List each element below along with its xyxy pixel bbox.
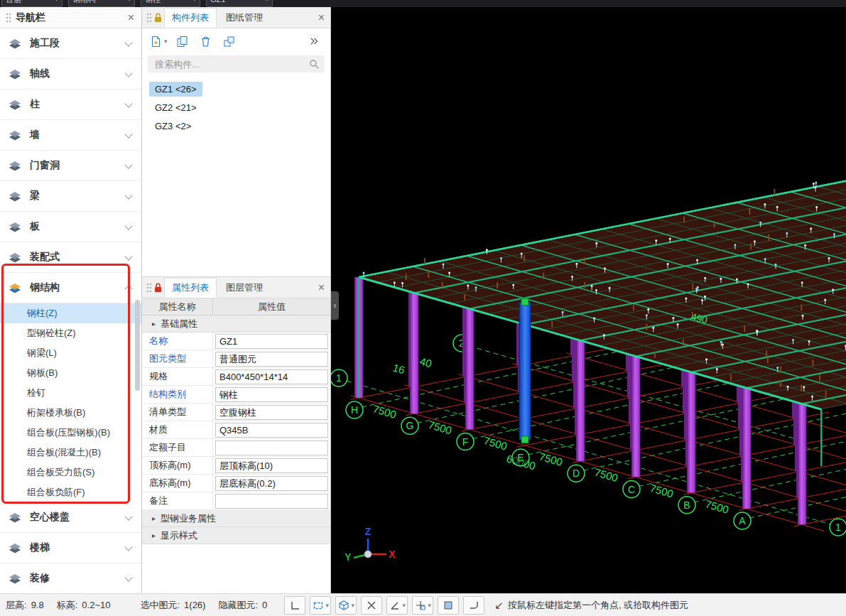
nav-item-11[interactable]: 装修 — [0, 563, 141, 593]
nav-item-icon — [7, 571, 23, 585]
tab-drawing-management[interactable]: 图纸管理 — [218, 8, 271, 28]
nav-item-label: 空心楼盖 — [30, 511, 126, 524]
nav-item-icon — [7, 220, 23, 234]
close-icon[interactable]: × — [317, 12, 326, 23]
caret-down-icon: ▾ — [265, 0, 269, 3]
orthogonal-button[interactable] — [284, 596, 305, 615]
nav-item-4[interactable]: 门窗洞 — [0, 151, 141, 181]
nav-subitem-9[interactable]: 组合板负筋(F) — [0, 482, 141, 502]
property-value-cell[interactable]: 层底标高(0.2) — [213, 475, 330, 492]
component-item[interactable]: GZ2 <21> — [142, 98, 330, 117]
angle-button[interactable]: ▾ — [386, 596, 408, 615]
nav-item-label: 装配式 — [30, 251, 126, 264]
topbar-dropdown-2[interactable]: 钢柱▾ — [141, 0, 200, 7]
property-rows: 名称GZ1图元类型普通图元规格B400*450*14*14结构类别钢柱清单类型空… — [142, 333, 330, 510]
nav-subitem-3[interactable]: 钢板(B) — [0, 363, 141, 383]
property-value-cell[interactable]: Q345B — [213, 421, 330, 438]
application-window: 首层▾钢结构▾钢柱▾GZ1▾ 导航栏 × 施工段轴线柱墙门窗洞梁板装配式钢结构钢… — [0, 0, 846, 616]
status-field: 隐藏图元:0 — [218, 599, 267, 612]
nav-item-7[interactable]: 装配式 — [0, 242, 141, 273]
property-value-cell[interactable]: 钢柱 — [213, 386, 330, 403]
property-value-cell[interactable] — [213, 439, 330, 456]
property-name: 备注 — [142, 492, 213, 509]
tab-property-list[interactable]: 属性列表 — [164, 278, 217, 298]
property-table-header: 属性名称 属性值 — [142, 298, 330, 315]
copy-component-button[interactable] — [172, 32, 193, 50]
status-hint: ↙ 按鼠标左键指定第一个角点, 或拾取构件图元 — [494, 599, 688, 612]
property-row: 材质Q345B — [142, 421, 330, 439]
nav-subitem-8[interactable]: 组合板受力筋(S) — [0, 463, 141, 482]
property-group[interactable]: ▸型钢业务属性 — [142, 510, 330, 527]
tab-component-list[interactable]: 构件列表 — [164, 8, 217, 28]
nav-item-1[interactable]: 轴线 — [0, 59, 141, 90]
component-item[interactable]: GZ1 <26> — [142, 80, 330, 98]
nav-item-0[interactable]: 施工段 — [0, 28, 141, 59]
property-group-basic[interactable]: ▸ 基础属性 — [142, 315, 330, 333]
lock-icon — [153, 12, 163, 23]
property-value-cell[interactable]: 层顶标高(10) — [213, 457, 330, 474]
nav-item-8[interactable]: 钢结构 — [0, 273, 141, 303]
topbar-dropdown-1[interactable]: 钢结构▾ — [68, 0, 135, 7]
property-group[interactable]: ▸显示样式 — [142, 527, 330, 544]
nav-item-10[interactable]: 楼梯 — [0, 533, 141, 563]
nav-subitem-7[interactable]: 组合板(混凝土)(B) — [0, 443, 141, 463]
nav-item-5[interactable]: 梁 — [0, 181, 141, 212]
nav-item-6[interactable]: 板 — [0, 212, 141, 242]
interlayer-copy-button[interactable] — [219, 32, 240, 50]
chevron-down-icon — [124, 543, 132, 551]
close-icon[interactable]: × — [317, 282, 326, 293]
property-row: 图元类型普通图元 — [142, 350, 330, 368]
chevron-down-icon — [124, 69, 132, 77]
topbar-dropdown-0[interactable]: 首层▾ — [1, 0, 63, 7]
nav-subitem-6[interactable]: 组合板(压型钢板)(B) — [0, 423, 141, 443]
property-value-cell[interactable]: 普通图元 — [213, 350, 330, 367]
tab-layer-management[interactable]: 图层管理 — [218, 278, 271, 298]
property-value-cell[interactable]: B400*450*14*14 — [213, 368, 330, 385]
delete-component-button[interactable] — [195, 32, 217, 50]
property-row: 清单类型空腹钢柱 — [142, 404, 330, 421]
new-component-button[interactable]: ▾ — [148, 32, 170, 50]
status-field: 选中图元:1(26) — [140, 599, 205, 612]
nav-subitem-0[interactable]: 钢柱(Z) — [0, 303, 141, 323]
nav-item-3[interactable]: 墙 — [0, 120, 141, 151]
property-value-cell[interactable]: GZ1 — [213, 333, 330, 350]
triangle-icon: ▸ — [152, 320, 156, 328]
search-input[interactable] — [153, 58, 309, 70]
nav-subitem-4[interactable]: 栓钉 — [0, 383, 141, 403]
arc-tool-button[interactable] — [463, 596, 484, 615]
property-row: 名称GZ1 — [142, 333, 330, 350]
navigation-panel: 导航栏 × 施工段轴线柱墙门窗洞梁板装配式钢结构钢柱(Z)型钢砼柱(Z)钢梁(L… — [0, 7, 142, 593]
region-display-button[interactable] — [438, 596, 459, 615]
nav-item-icon — [7, 97, 23, 112]
nav-item-label: 板 — [30, 220, 126, 233]
caret-down-icon: ▾ — [164, 38, 168, 45]
component-search-box[interactable] — [148, 55, 325, 72]
viewport-3d[interactable]: 7500750075007500750075007500600001640HGF… — [331, 7, 846, 593]
top-toolbar: 首层▾钢结构▾钢柱▾GZ1▾ — [0, 0, 846, 7]
coordinate-button[interactable]: ▾ — [412, 596, 433, 615]
property-name: 结构类别 — [142, 386, 213, 403]
topbar-dropdown-3[interactable]: GZ1▾ — [206, 0, 273, 7]
close-op-button[interactable] — [361, 596, 382, 615]
close-icon[interactable]: × — [126, 12, 136, 23]
nav-item-icon — [7, 128, 23, 142]
collapse-panel-button[interactable]: ‹ — [331, 291, 339, 320]
svg-text:Z: Z — [365, 526, 372, 537]
panel-grip-icon — [6, 13, 11, 23]
property-value-cell[interactable] — [213, 492, 330, 509]
nav-item-2[interactable]: 柱 — [0, 90, 141, 120]
rect-select-button[interactable]: ▾ — [310, 596, 331, 615]
component-item[interactable]: GZ3 <2> — [142, 117, 330, 135]
expand-more-button[interactable] — [303, 32, 325, 50]
view-cube-button[interactable]: ▾ — [335, 596, 357, 615]
caret-down-icon: ▾ — [127, 0, 131, 3]
property-value-cell[interactable]: 空腹钢柱 — [213, 404, 330, 421]
nav-subitem-1[interactable]: 型钢砼柱(Z) — [0, 323, 141, 343]
nav-item-9[interactable]: 空心楼盖 — [0, 502, 141, 533]
svg-text:1: 1 — [336, 372, 342, 384]
caret-down-icon: ▾ — [352, 602, 355, 609]
nav-subitem-2[interactable]: 钢梁(L) — [0, 343, 141, 363]
panel-grip-icon — [146, 283, 152, 293]
nav-subitem-5[interactable]: 桁架楼承板(B) — [0, 403, 141, 423]
nav-scrollbar[interactable] — [135, 300, 140, 391]
